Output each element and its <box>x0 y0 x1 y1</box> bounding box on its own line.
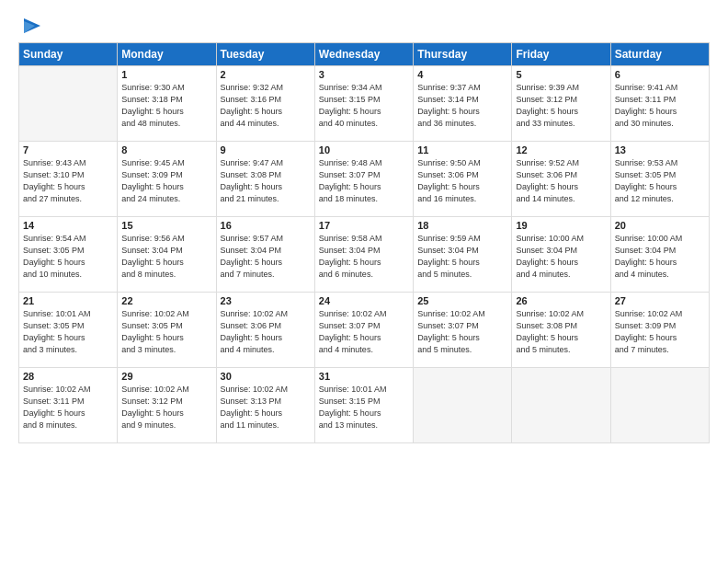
calendar-day: 4Sunrise: 9:37 AM Sunset: 3:14 PM Daylig… <box>414 66 512 142</box>
day-number: 22 <box>121 295 211 306</box>
day-info: Sunrise: 9:58 AM Sunset: 3:04 PM Dayligh… <box>319 233 409 281</box>
day-info: Sunrise: 9:45 AM Sunset: 3:09 PM Dayligh… <box>121 157 211 205</box>
calendar-day: 20Sunrise: 10:00 AM Sunset: 3:04 PM Dayl… <box>610 217 709 293</box>
day-number: 17 <box>319 220 409 231</box>
calendar-day <box>414 368 512 443</box>
day-info: Sunrise: 9:47 AM Sunset: 3:08 PM Dayligh… <box>221 157 311 205</box>
day-info: Sunrise: 9:32 AM Sunset: 3:16 PM Dayligh… <box>221 82 311 130</box>
calendar-day: 31Sunrise: 10:01 AM Sunset: 3:15 PM Dayl… <box>314 368 413 443</box>
calendar-day: 11Sunrise: 9:50 AM Sunset: 3:06 PM Dayli… <box>414 142 512 217</box>
logo <box>18 20 40 37</box>
day-number: 9 <box>221 144 311 155</box>
day-info: Sunrise: 10:00 AM Sunset: 3:04 PM Daylig… <box>516 233 606 281</box>
calendar-header-friday: Friday <box>512 43 610 66</box>
day-info: Sunrise: 10:02 AM Sunset: 3:12 PM Daylig… <box>121 384 211 431</box>
day-info: Sunrise: 9:48 AM Sunset: 3:07 PM Dayligh… <box>319 157 409 205</box>
calendar-header-monday: Monday <box>118 43 216 66</box>
day-number: 11 <box>417 144 507 155</box>
day-number: 12 <box>516 144 606 155</box>
calendar-day <box>610 368 709 443</box>
day-info: Sunrise: 10:02 AM Sunset: 3:06 PM Daylig… <box>221 308 311 356</box>
day-number: 25 <box>417 295 507 306</box>
calendar-day: 27Sunrise: 10:02 AM Sunset: 3:09 PM Dayl… <box>610 293 709 368</box>
calendar-day: 30Sunrise: 10:02 AM Sunset: 3:13 PM Dayl… <box>216 368 314 443</box>
day-number: 28 <box>23 371 113 382</box>
calendar-day: 21Sunrise: 10:01 AM Sunset: 3:05 PM Dayl… <box>19 293 118 368</box>
day-number: 31 <box>319 371 409 382</box>
calendar-day: 15Sunrise: 9:56 AM Sunset: 3:04 PM Dayli… <box>118 217 216 293</box>
day-number: 4 <box>417 69 507 80</box>
day-info: Sunrise: 10:01 AM Sunset: 3:05 PM Daylig… <box>23 308 113 356</box>
calendar-header-row: SundayMondayTuesdayWednesdayThursdayFrid… <box>19 43 710 66</box>
day-info: Sunrise: 9:37 AM Sunset: 3:14 PM Dayligh… <box>417 82 507 130</box>
day-info: Sunrise: 9:43 AM Sunset: 3:10 PM Dayligh… <box>23 157 113 205</box>
day-number: 26 <box>516 295 606 306</box>
day-number: 30 <box>221 371 311 382</box>
calendar-day: 17Sunrise: 9:58 AM Sunset: 3:04 PM Dayli… <box>314 217 413 293</box>
day-number: 8 <box>121 144 211 155</box>
calendar-day: 28Sunrise: 10:02 AM Sunset: 3:11 PM Dayl… <box>19 368 118 443</box>
day-info: Sunrise: 9:54 AM Sunset: 3:05 PM Dayligh… <box>23 233 113 281</box>
calendar-header-sunday: Sunday <box>19 43 118 66</box>
calendar-day: 22Sunrise: 10:02 AM Sunset: 3:05 PM Dayl… <box>118 293 216 368</box>
logo-icon <box>20 17 40 37</box>
day-info: Sunrise: 10:01 AM Sunset: 3:15 PM Daylig… <box>319 384 409 431</box>
calendar-day: 19Sunrise: 10:00 AM Sunset: 3:04 PM Dayl… <box>512 217 610 293</box>
calendar-day: 25Sunrise: 10:02 AM Sunset: 3:07 PM Dayl… <box>414 293 512 368</box>
calendar-day: 1Sunrise: 9:30 AM Sunset: 3:18 PM Daylig… <box>118 66 216 142</box>
day-info: Sunrise: 9:34 AM Sunset: 3:15 PM Dayligh… <box>319 82 409 130</box>
day-info: Sunrise: 10:02 AM Sunset: 3:05 PM Daylig… <box>121 308 211 356</box>
calendar-day: 24Sunrise: 10:02 AM Sunset: 3:07 PM Dayl… <box>314 293 413 368</box>
calendar-week-5: 28Sunrise: 10:02 AM Sunset: 3:11 PM Dayl… <box>19 368 710 443</box>
calendar-day: 13Sunrise: 9:53 AM Sunset: 3:05 PM Dayli… <box>610 142 709 217</box>
day-info: Sunrise: 10:02 AM Sunset: 3:08 PM Daylig… <box>516 308 606 356</box>
calendar-day: 7Sunrise: 9:43 AM Sunset: 3:10 PM Daylig… <box>19 142 118 217</box>
calendar-week-1: 1Sunrise: 9:30 AM Sunset: 3:18 PM Daylig… <box>19 66 710 142</box>
day-number: 19 <box>516 220 606 231</box>
calendar-day: 10Sunrise: 9:48 AM Sunset: 3:07 PM Dayli… <box>314 142 413 217</box>
day-number: 6 <box>615 69 705 80</box>
day-number: 21 <box>23 295 113 306</box>
day-info: Sunrise: 9:52 AM Sunset: 3:06 PM Dayligh… <box>516 157 606 205</box>
day-number: 3 <box>319 69 409 80</box>
calendar-day <box>19 66 118 142</box>
day-number: 24 <box>319 295 409 306</box>
calendar-day: 23Sunrise: 10:02 AM Sunset: 3:06 PM Dayl… <box>216 293 314 368</box>
day-info: Sunrise: 10:00 AM Sunset: 3:04 PM Daylig… <box>615 233 705 281</box>
day-number: 1 <box>121 69 211 80</box>
day-info: Sunrise: 9:57 AM Sunset: 3:04 PM Dayligh… <box>221 233 311 281</box>
day-info: Sunrise: 9:53 AM Sunset: 3:05 PM Dayligh… <box>615 157 705 205</box>
day-info: Sunrise: 9:50 AM Sunset: 3:06 PM Dayligh… <box>417 157 507 205</box>
calendar-day <box>512 368 610 443</box>
day-info: Sunrise: 10:02 AM Sunset: 3:07 PM Daylig… <box>319 308 409 356</box>
day-info: Sunrise: 10:02 AM Sunset: 3:11 PM Daylig… <box>23 384 113 431</box>
day-info: Sunrise: 9:56 AM Sunset: 3:04 PM Dayligh… <box>121 233 211 281</box>
day-number: 27 <box>615 295 705 306</box>
calendar-week-2: 7Sunrise: 9:43 AM Sunset: 3:10 PM Daylig… <box>19 142 710 217</box>
calendar-day: 3Sunrise: 9:34 AM Sunset: 3:15 PM Daylig… <box>314 66 413 142</box>
day-number: 10 <box>319 144 409 155</box>
calendar-day: 2Sunrise: 9:32 AM Sunset: 3:16 PM Daylig… <box>216 66 314 142</box>
calendar-day: 26Sunrise: 10:02 AM Sunset: 3:08 PM Dayl… <box>512 293 610 368</box>
calendar-table: SundayMondayTuesdayWednesdayThursdayFrid… <box>18 42 710 443</box>
day-number: 14 <box>23 220 113 231</box>
calendar-header-saturday: Saturday <box>610 43 709 66</box>
calendar-header-wednesday: Wednesday <box>314 43 413 66</box>
day-info: Sunrise: 9:30 AM Sunset: 3:18 PM Dayligh… <box>121 82 211 130</box>
day-info: Sunrise: 9:59 AM Sunset: 3:04 PM Dayligh… <box>417 233 507 281</box>
day-number: 7 <box>23 144 113 155</box>
calendar-week-3: 14Sunrise: 9:54 AM Sunset: 3:05 PM Dayli… <box>19 217 710 293</box>
day-info: Sunrise: 9:41 AM Sunset: 3:11 PM Dayligh… <box>615 82 705 130</box>
calendar-day: 16Sunrise: 9:57 AM Sunset: 3:04 PM Dayli… <box>216 217 314 293</box>
calendar-day: 12Sunrise: 9:52 AM Sunset: 3:06 PM Dayli… <box>512 142 610 217</box>
calendar-day: 29Sunrise: 10:02 AM Sunset: 3:12 PM Dayl… <box>118 368 216 443</box>
day-info: Sunrise: 10:02 AM Sunset: 3:13 PM Daylig… <box>221 384 311 431</box>
page: SundayMondayTuesdayWednesdayThursdayFrid… <box>0 0 728 563</box>
calendar-header-thursday: Thursday <box>414 43 512 66</box>
day-number: 5 <box>516 69 606 80</box>
day-number: 29 <box>121 371 211 382</box>
calendar-header-tuesday: Tuesday <box>216 43 314 66</box>
calendar-day: 6Sunrise: 9:41 AM Sunset: 3:11 PM Daylig… <box>610 66 709 142</box>
day-number: 2 <box>221 69 311 80</box>
day-number: 23 <box>221 295 311 306</box>
